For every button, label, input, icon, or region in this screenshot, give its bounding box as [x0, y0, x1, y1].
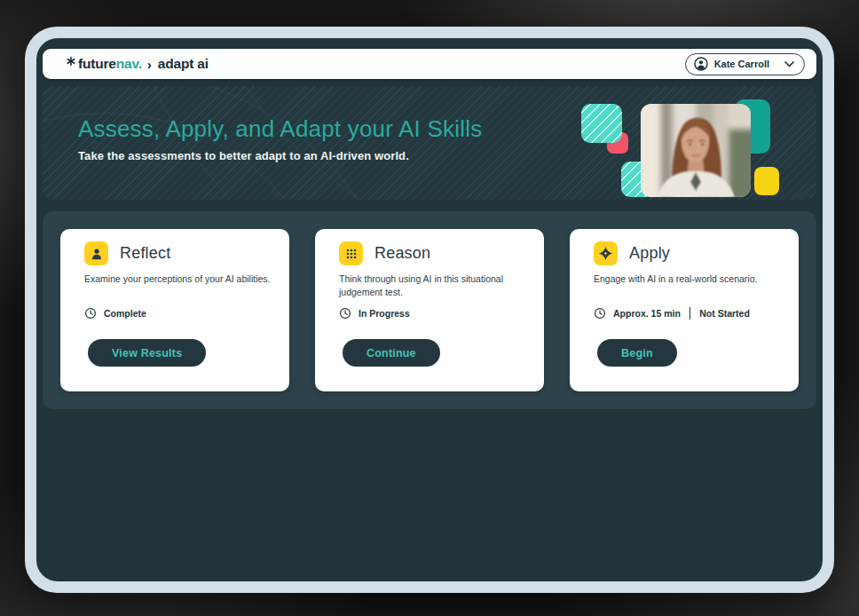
card-title: Reflect — [120, 244, 170, 263]
clock-icon — [339, 307, 351, 320]
status-divider — [690, 307, 690, 320]
card-description: Think through using AI in this situation… — [339, 272, 537, 299]
hero-collage — [43, 86, 816, 200]
top-navigation-bar: futurenav. › adapt ai Kate Carroll — [43, 49, 816, 79]
decor-yellow-square — [754, 167, 779, 195]
user-name-label: Kate Carroll — [714, 59, 769, 69]
brand-name-nav: nav. — [116, 56, 142, 72]
card-icon-badge — [339, 241, 363, 265]
assessments-panel: Reflect Examine your perceptions of your… — [43, 211, 816, 409]
card-description: Engage with AI in a real-world scenario. — [594, 272, 792, 286]
device-frame: futurenav. › adapt ai Kate Carroll — [25, 27, 834, 593]
status-row: In Progress — [339, 307, 410, 320]
hero-banner: Assess, Apply, and Adapt your AI Skills … — [43, 86, 816, 200]
clock-icon — [84, 307, 97, 320]
portrait-photo — [641, 104, 751, 197]
user-menu[interactable]: Kate Carroll — [685, 53, 805, 75]
status-label: In Progress — [359, 308, 410, 319]
view-results-button[interactable]: View Results — [88, 339, 206, 367]
breadcrumb-separator: › — [147, 57, 152, 72]
asterisk-logo-icon — [66, 56, 76, 67]
assessment-card-apply: Apply Engage with AI in a real-world sce… — [570, 229, 799, 391]
duration-label: Approx. 15 min — [613, 308, 681, 319]
brand-name-future: future — [78, 56, 116, 72]
desktop-background: futurenav. › adapt ai Kate Carroll — [0, 0, 859, 616]
dots-grid-icon — [344, 247, 359, 261]
decor-striped-teal-square — [581, 104, 622, 143]
status-row: Complete — [84, 307, 146, 320]
person-icon — [90, 247, 104, 261]
status-label: Not Started — [699, 308, 750, 319]
card-icon-badge — [594, 241, 618, 265]
status-row: Approx. 15 min Not Started — [594, 307, 750, 320]
card-title: Reason — [374, 244, 430, 263]
chevron-down-icon — [784, 61, 794, 67]
status-label: Complete — [104, 308, 146, 319]
clock-icon — [594, 307, 606, 320]
card-description: Examine your perceptions of your AI abil… — [84, 272, 282, 286]
app-page: futurenav. › adapt ai Kate Carroll — [36, 38, 823, 581]
sparkle-icon — [598, 246, 613, 261]
continue-button[interactable]: Continue — [343, 339, 440, 367]
assessment-card-reason: Reason Think through using AI in this si… — [315, 229, 544, 391]
assessment-card-reflect: Reflect Examine your perceptions of your… — [60, 229, 289, 391]
user-avatar-icon — [694, 57, 708, 71]
card-icon-badge — [84, 241, 108, 265]
logo-breadcrumb[interactable]: futurenav. › adapt ai — [66, 56, 209, 72]
card-title: Apply — [629, 244, 670, 263]
app-name: adapt ai — [158, 56, 209, 72]
begin-button[interactable]: Begin — [597, 339, 677, 367]
